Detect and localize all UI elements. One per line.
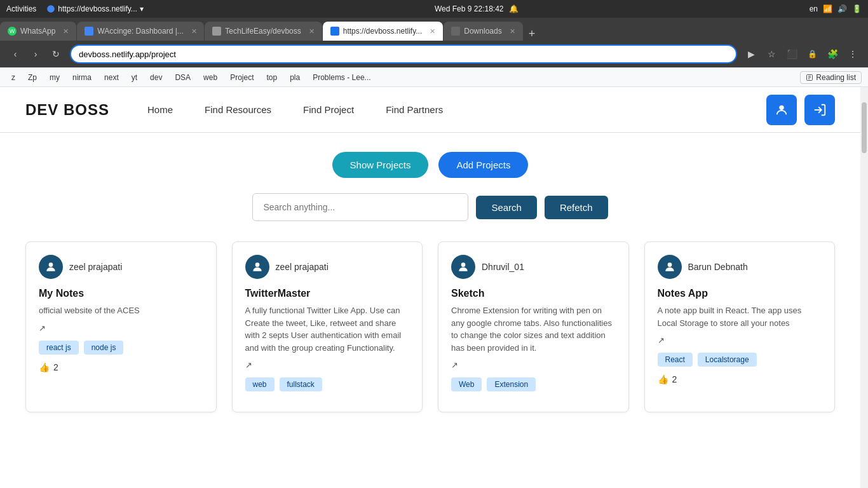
bookmark-button[interactable]: ☆ [763, 45, 780, 63]
bookmark-next[interactable]: next [99, 72, 124, 83]
tab-downloads[interactable]: Downloads ✕ [444, 22, 522, 41]
card-desc-4: A note app built in React. The app uses … [658, 304, 822, 329]
nav-links: Home Find Resources Find Project Find Pa… [147, 104, 766, 115]
battery-icon: 🔋 [852, 4, 862, 13]
bookmark-zp[interactable]: Zp [23, 72, 42, 83]
add-projects-button[interactable]: Add Projects [438, 152, 528, 178]
tab-downloads-close[interactable]: ✕ [510, 27, 515, 36]
card-author-1: zeel prajapati [39, 255, 203, 279]
tag-fullstack: fullstack [280, 377, 322, 391]
tab-downloads-label: Downloads [464, 27, 501, 36]
author-name-1: zeel prajapati [69, 262, 122, 272]
tab-devboss-label: https://devboss.netlify... [343, 27, 423, 36]
nav-find-resources[interactable]: Find Resources [205, 104, 271, 115]
nav-home[interactable]: Home [147, 104, 173, 115]
page-content: DEV BOSS Home Find Resources Find Projec… [0, 87, 860, 488]
card-link-4[interactable]: ↗ [658, 336, 822, 345]
show-projects-button[interactable]: Show Projects [332, 152, 429, 178]
bookmark-problems[interactable]: Problems - Lee... [308, 72, 376, 83]
bookmark-pla[interactable]: pla [285, 72, 305, 83]
like-icon-4[interactable]: 👍 [658, 374, 668, 384]
project-card-1: zeel prajapati My Notes official website… [25, 241, 217, 412]
tab-devboss[interactable]: https://devboss.netlify... ✕ [323, 22, 444, 41]
card-likes-4: 👍 2 [658, 374, 822, 384]
os-bar-right: en 📶 🔊 🔋 [810, 4, 862, 13]
tab-waccinge-close[interactable]: ✕ [191, 27, 197, 36]
tab-techlifeeasy-close[interactable]: ✕ [309, 27, 315, 36]
card-author-3: Dhruvil_01 [451, 255, 616, 279]
address-input[interactable] [70, 44, 737, 64]
tag-extension: Extension [487, 377, 536, 391]
bookmark-dsa[interactable]: DSA [170, 72, 196, 83]
tag-web-ext: Web [451, 377, 482, 391]
extension-btn-3[interactable]: 🧩 [824, 45, 841, 63]
browser-scrollbar[interactable] [860, 87, 868, 488]
like-icon-1[interactable]: 👍 [39, 362, 50, 372]
language-indicator[interactable]: en [810, 4, 818, 13]
login-button[interactable] [804, 95, 835, 125]
tab-techlifeeasy[interactable]: TechLifeEasy/devboss ✕ [205, 22, 322, 41]
tag-node-js: node js [84, 341, 124, 355]
reading-list-label: Reading list [816, 73, 856, 82]
nav-find-project[interactable]: Find Project [303, 104, 354, 115]
tag-react-js: react js [39, 341, 79, 355]
nav-find-partners[interactable]: Find Partners [386, 104, 443, 115]
refetch-button[interactable]: Refetch [545, 196, 608, 219]
site-logo: DEV BOSS [25, 101, 109, 119]
activities-label[interactable]: Activities [6, 4, 36, 13]
like-count-1: 2 [53, 362, 58, 372]
tab-waccinge[interactable]: WAccinge: Dashboard |... ✕ [77, 22, 204, 41]
main-content: Show Projects Add Projects Search Refetc… [0, 133, 860, 431]
search-row: Search Refetch [25, 193, 835, 221]
bookmark-web[interactable]: web [198, 72, 222, 83]
waccinge-favicon [85, 27, 93, 36]
card-desc-2: A fully functional Twitter Like App. Use… [245, 304, 410, 354]
card-title-3: Sketch [451, 288, 616, 299]
card-likes-1: 👍 2 [39, 362, 203, 372]
extension-btn-2[interactable]: 🔒 [803, 45, 821, 63]
project-card-2: zeel prajapati TwitterMaster A fully fun… [232, 241, 423, 412]
card-tags-4: React Localstorage [658, 353, 822, 367]
bookmark-top[interactable]: top [261, 72, 282, 83]
browser-chrome: W WhatsApp ✕ WAccinge: Dashboard |... ✕ … [0, 18, 868, 87]
forward-button[interactable]: › [27, 45, 44, 63]
card-link-1[interactable]: ↗ [39, 323, 203, 333]
bookmark-nirma[interactable]: nirma [67, 72, 97, 83]
nav-actions [766, 95, 835, 125]
search-input[interactable] [252, 193, 468, 221]
go-button[interactable]: ▶ [742, 45, 760, 63]
author-name-2: zeel prajapati [276, 262, 329, 272]
card-link-3[interactable]: ↗ [451, 360, 616, 370]
bookmark-reading-list[interactable]: Reading list [800, 71, 862, 84]
os-bar-left: Activities https://devboss.netlify... ▾ [6, 4, 144, 13]
active-app-name: https://devboss.netlify... [58, 4, 137, 13]
card-tags-2: web fullstack [245, 377, 410, 391]
extension-btn-1[interactable]: ⬛ [783, 45, 801, 63]
projects-grid: zeel prajapati My Notes official website… [25, 241, 835, 412]
bookmark-dev[interactable]: dev [145, 72, 167, 83]
card-link-2[interactable]: ↗ [245, 360, 410, 370]
reload-button[interactable]: ↻ [47, 45, 65, 63]
search-button[interactable]: Search [476, 196, 537, 219]
back-button[interactable]: ‹ [6, 45, 24, 63]
whatsapp-favicon: W [8, 27, 17, 36]
bookmark-z[interactable]: z [6, 72, 20, 83]
scrollbar-thumb[interactable] [862, 102, 867, 153]
tab-devboss-close[interactable]: ✕ [430, 27, 435, 36]
profile-button[interactable] [766, 95, 797, 125]
address-actions: ▶ ☆ ⬛ 🔒 🧩 ⋮ [742, 45, 862, 63]
site-navbar: DEV BOSS Home Find Resources Find Projec… [0, 87, 860, 133]
tab-whatsapp[interactable]: W WhatsApp ✕ [0, 22, 76, 41]
tab-whatsapp-close[interactable]: ✕ [63, 27, 69, 36]
author-avatar-3 [451, 255, 475, 279]
svg-point-9 [461, 262, 466, 267]
author-name-4: Barun Debnath [688, 262, 748, 272]
bookmark-my[interactable]: my [44, 72, 65, 83]
volume-icon: 🔊 [837, 4, 847, 13]
bookmark-project[interactable]: Project [225, 72, 259, 83]
menu-button[interactable]: ⋮ [844, 45, 862, 63]
like-count-4: 2 [672, 374, 677, 384]
new-tab-button[interactable]: + [524, 27, 541, 41]
card-author-2: zeel prajapati [245, 255, 410, 279]
bookmark-yt[interactable]: yt [126, 72, 142, 83]
